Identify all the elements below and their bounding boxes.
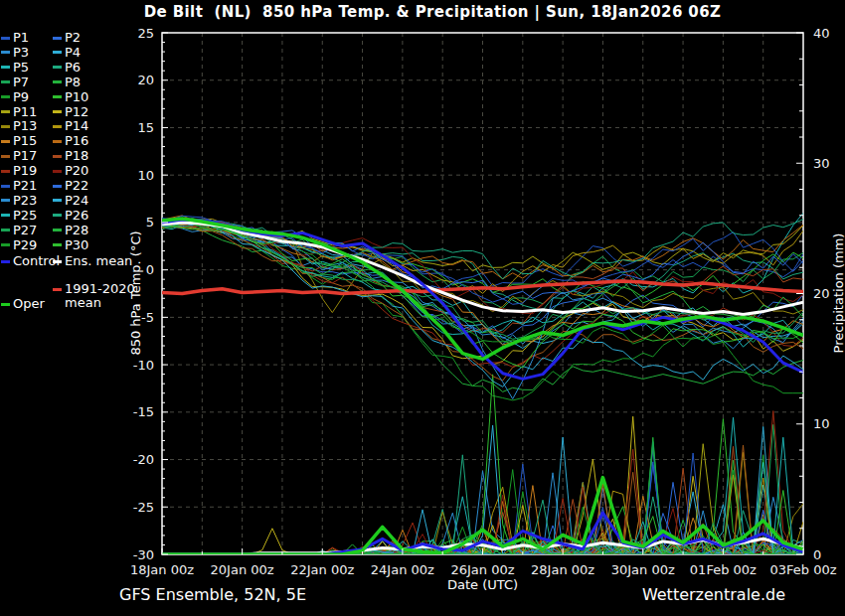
y-left-tick-label: -10 [133,358,154,373]
y-left-tick-label: -20 [133,452,154,467]
x-tick-label: 03Feb 00z [769,562,836,577]
y-left-tick-label: 5 [146,215,154,230]
ensemble-plume-chart: 2520151050-5-10-15-20-25-3001020304018Ja… [0,0,845,616]
x-tick-label: 26Jan 00z [450,562,514,577]
x-tick-label: 20Jan 00z [211,562,274,577]
y-right-tick-label: 20 [813,286,830,301]
x-tick-label: 28Jan 00z [531,562,594,577]
y-left-tick-label: -30 [133,547,154,562]
x-tick-label: 24Jan 00z [371,562,434,577]
footer-model-info: GFS Ensemble, 52N, 5E [119,585,306,604]
y-right-tick-label: 10 [813,416,830,431]
y-right-tick-label: 0 [813,547,821,562]
x-tick-label: 01Feb 00z [690,562,757,577]
x-tick-label: 18Jan 00z [130,562,194,577]
y-left-tick-label: -25 [133,500,154,515]
y-left-tick-label: 25 [137,26,154,41]
y-axis-left-label: 850 hPa Temp. (°C) [128,231,143,355]
y-axis-right-label: Precipitation (mm) [831,233,845,354]
y-left-tick-label: 15 [137,120,154,135]
y-left-tick-label: 10 [137,168,154,183]
x-tick-label: 30Jan 00z [611,562,675,577]
ensemble-forecast-page: De Bilt (NL) 850 hPa Temp. & Precipitati… [0,0,845,616]
footer-site-name: Wetterzentrale.de [477,585,785,604]
y-left-tick-label: 0 [146,262,154,277]
y-left-tick-label: -15 [133,404,154,419]
y-left-tick-label: 20 [137,73,154,87]
y-right-tick-label: 30 [813,156,830,171]
y-right-tick-label: 40 [813,26,830,41]
x-tick-label: 22Jan 00z [290,562,354,577]
